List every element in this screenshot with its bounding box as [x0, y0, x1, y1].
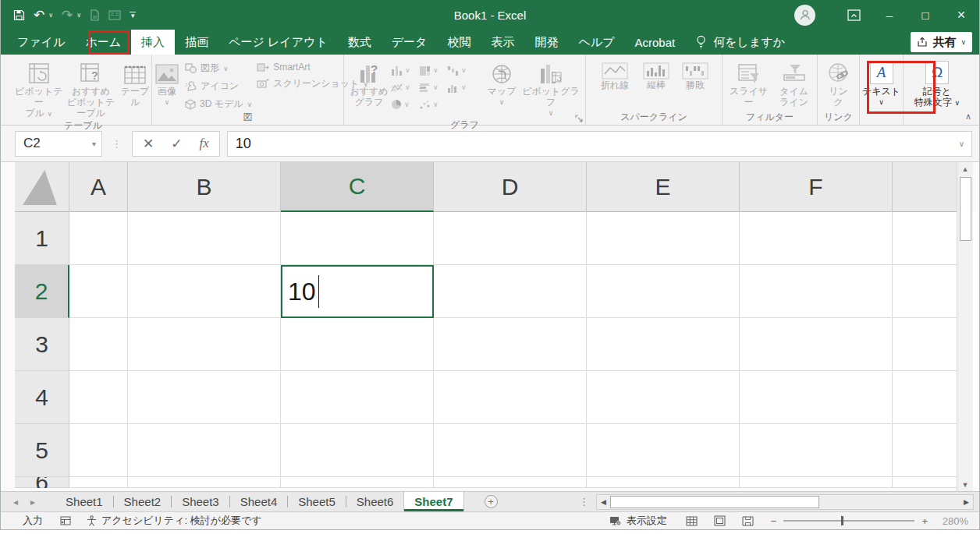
- row-header-5[interactable]: 5: [15, 424, 69, 477]
- cell-A2[interactable]: [69, 265, 128, 318]
- cell-G5[interactable]: [893, 424, 957, 477]
- cell-B5[interactable]: [128, 424, 281, 477]
- tab-draw[interactable]: 描画: [175, 30, 218, 55]
- cell-F6[interactable]: [740, 477, 893, 488]
- column-header-d[interactable]: D: [434, 162, 587, 212]
- sheet-tab-sheet3[interactable]: Sheet3: [172, 492, 229, 511]
- cell-C4[interactable]: [281, 371, 434, 424]
- cell-F5[interactable]: [740, 424, 893, 477]
- tab-home[interactable]: ホーム: [75, 30, 131, 55]
- cell-B2[interactable]: [128, 265, 281, 318]
- cell-D2[interactable]: [434, 265, 587, 318]
- undo-dropdown-icon[interactable]: ∨: [48, 12, 53, 19]
- save-icon[interactable]: [13, 9, 25, 21]
- scroll-right-icon[interactable]: ▶: [960, 498, 973, 506]
- sheetbar-splitter[interactable]: ⋮: [579, 496, 589, 507]
- cell-D5[interactable]: [434, 424, 587, 477]
- tab-data[interactable]: データ: [382, 30, 438, 55]
- tab-view[interactable]: 表示: [481, 30, 524, 55]
- maximize-button[interactable]: □: [907, 0, 943, 30]
- close-button[interactable]: ×: [943, 0, 979, 30]
- column-header-b[interactable]: B: [128, 162, 281, 212]
- cell-G3[interactable]: [893, 318, 957, 371]
- horizontal-scrollbar[interactable]: ◀ ▶: [596, 494, 974, 510]
- undo-icon[interactable]: ↶: [34, 7, 44, 23]
- row-header-1[interactable]: 1: [15, 212, 69, 265]
- zoom-out-icon[interactable]: −: [771, 515, 777, 527]
- scroll-left-icon[interactable]: ◀: [597, 498, 610, 506]
- vertical-scrollbar[interactable]: ▲ ▼: [957, 162, 973, 491]
- cell-E1[interactable]: [587, 212, 740, 265]
- cancel-icon[interactable]: ✕: [143, 136, 154, 152]
- ribbon-display-options-icon[interactable]: [836, 0, 872, 30]
- share-button[interactable]: 共有 ∨: [911, 32, 972, 52]
- accessibility-status[interactable]: アクセシビリティ: 検討が必要です: [87, 514, 262, 528]
- cell-G2[interactable]: [893, 265, 957, 318]
- normal-view-icon[interactable]: [686, 516, 698, 526]
- row-header-4[interactable]: 4: [15, 371, 69, 424]
- name-box[interactable]: C2 ▾: [15, 131, 102, 157]
- collapse-ribbon-icon[interactable]: ∧: [965, 111, 971, 122]
- cell-F1[interactable]: [740, 212, 893, 265]
- cell-D4[interactable]: [434, 371, 587, 424]
- zoom-slider-thumb[interactable]: [841, 516, 843, 525]
- account-avatar[interactable]: [794, 5, 815, 26]
- name-box-dropdown-icon[interactable]: ▾: [92, 140, 96, 148]
- cell-F4[interactable]: [740, 371, 893, 424]
- cell-E2[interactable]: [587, 265, 740, 318]
- formula-bar-expand-icon[interactable]: ∨: [959, 140, 964, 148]
- tab-acrobat[interactable]: Acrobat: [625, 30, 686, 55]
- horizontal-scrollbar-thumb[interactable]: [610, 496, 819, 508]
- cell-A4[interactable]: [69, 371, 128, 424]
- minimize-button[interactable]: –: [872, 0, 907, 30]
- select-all-corner[interactable]: [15, 162, 69, 212]
- tab-file[interactable]: ファイル: [7, 30, 75, 55]
- row-header-2[interactable]: 2: [15, 265, 69, 318]
- text-button[interactable]: A テキスト ∨: [861, 56, 902, 108]
- sheet-tab-sheet6[interactable]: Sheet6: [346, 492, 404, 511]
- tab-review[interactable]: 校閲: [437, 30, 481, 55]
- tab-insert[interactable]: 挿入: [131, 30, 175, 55]
- cell-D3[interactable]: [434, 318, 587, 371]
- tab-page-layout[interactable]: ページ レイアウト: [218, 30, 338, 55]
- column-header-partial[interactable]: [893, 162, 957, 212]
- column-header-f[interactable]: F: [740, 162, 893, 212]
- formula-bar-handle[interactable]: ⋮: [112, 138, 123, 150]
- insert-function-icon[interactable]: fx: [200, 136, 209, 151]
- enter-icon[interactable]: ✓: [171, 136, 182, 152]
- cell-G6[interactable]: [893, 477, 957, 488]
- symbols-button[interactable]: Ω 記号と 特殊文字 ∨: [906, 56, 968, 108]
- cell-A6[interactable]: [69, 477, 128, 488]
- customize-qat-icon[interactable]: ▾: [130, 12, 136, 18]
- cell-F2[interactable]: [740, 265, 893, 318]
- zoom-in-icon[interactable]: +: [921, 515, 928, 527]
- cell-E5[interactable]: [587, 424, 740, 477]
- cell-A3[interactable]: [69, 318, 128, 371]
- cell-B3[interactable]: [128, 318, 281, 371]
- cell-E6[interactable]: [587, 477, 740, 488]
- sheet-tab-sheet4[interactable]: Sheet4: [230, 492, 288, 511]
- zoom-level[interactable]: 280%: [936, 515, 968, 527]
- row-header-6[interactable]: 6: [15, 477, 69, 488]
- display-settings-button[interactable]: 表示設定: [609, 514, 667, 528]
- vertical-scrollbar-thumb[interactable]: [960, 177, 971, 241]
- column-header-e[interactable]: E: [587, 162, 740, 212]
- page-layout-view-icon[interactable]: [714, 515, 726, 526]
- macro-record-icon[interactable]: [60, 516, 71, 525]
- tab-formulas[interactable]: 数式: [338, 30, 382, 55]
- sheet-nav-left-icon[interactable]: ◂: [13, 497, 18, 507]
- zoom-slider[interactable]: [783, 520, 914, 522]
- cell-B4[interactable]: [128, 371, 281, 424]
- column-header-c[interactable]: C: [281, 162, 434, 212]
- cell-C6[interactable]: [281, 477, 434, 488]
- cell-C5[interactable]: [281, 424, 434, 477]
- sheet-tab-sheet5[interactable]: Sheet5: [288, 492, 346, 511]
- sheet-tab-sheet1[interactable]: Sheet1: [55, 492, 113, 511]
- sheet-nav-right-icon[interactable]: ▸: [30, 497, 35, 507]
- cell-G1[interactable]: [893, 212, 957, 265]
- cell-C3[interactable]: [281, 318, 434, 371]
- cell-E4[interactable]: [587, 371, 740, 424]
- scroll-up-icon[interactable]: ▲: [957, 162, 973, 175]
- sheet-tab-sheet2[interactable]: Sheet2: [114, 492, 172, 511]
- tell-me-search[interactable]: 何をしますか: [696, 30, 785, 55]
